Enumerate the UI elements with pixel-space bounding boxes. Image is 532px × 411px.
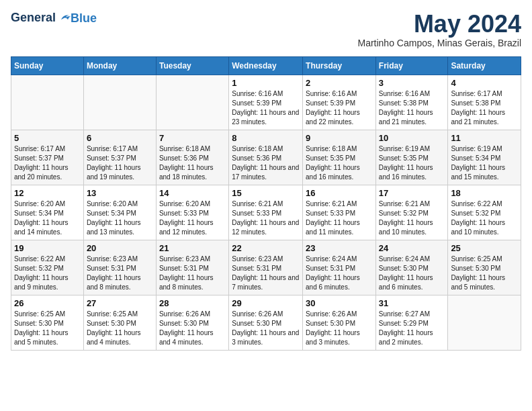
day-number: 1 xyxy=(232,78,300,88)
weekday-header-row: SundayMondayTuesdayWednesdayThursdayFrid… xyxy=(11,56,521,75)
day-number: 31 xyxy=(379,298,445,308)
calendar-cell: 29Sunrise: 6:26 AMSunset: 5:30 PMDayligh… xyxy=(229,295,303,350)
title-block: May 2024 Martinho Campos, Minas Gerais, … xyxy=(357,11,521,48)
calendar-cell: 17Sunrise: 6:21 AMSunset: 5:32 PMDayligh… xyxy=(375,185,448,240)
weekday-header-thursday: Thursday xyxy=(303,56,376,75)
location: Martinho Campos, Minas Gerais, Brazil xyxy=(357,38,521,48)
calendar-cell: 31Sunrise: 6:27 AMSunset: 5:29 PMDayligh… xyxy=(375,295,448,350)
day-info: Sunrise: 6:21 AMSunset: 5:32 PMDaylight:… xyxy=(379,199,445,237)
day-number: 6 xyxy=(87,133,153,143)
calendar-cell: 9Sunrise: 6:18 AMSunset: 5:35 PMDaylight… xyxy=(303,130,376,185)
day-info: Sunrise: 6:24 AMSunset: 5:31 PMDaylight:… xyxy=(306,255,373,292)
calendar-cell: 26Sunrise: 6:25 AMSunset: 5:30 PMDayligh… xyxy=(11,295,84,350)
day-number: 16 xyxy=(306,188,373,198)
calendar-cell: 16Sunrise: 6:21 AMSunset: 5:33 PMDayligh… xyxy=(303,185,376,240)
calendar-cell xyxy=(83,75,156,130)
calendar-cell: 18Sunrise: 6:22 AMSunset: 5:32 PMDayligh… xyxy=(448,185,521,240)
day-number: 15 xyxy=(232,188,300,198)
day-number: 25 xyxy=(451,243,518,253)
calendar-week-1: 1Sunrise: 6:16 AMSunset: 5:39 PMDaylight… xyxy=(11,75,521,130)
day-number: 12 xyxy=(14,188,81,198)
page-header: General Blue May 2024 Martinho Campos, M… xyxy=(11,11,521,48)
day-number: 5 xyxy=(14,133,81,143)
day-number: 30 xyxy=(306,298,373,308)
weekday-header-friday: Friday xyxy=(375,56,448,75)
logo-bird-icon xyxy=(57,11,72,26)
calendar-cell: 19Sunrise: 6:22 AMSunset: 5:32 PMDayligh… xyxy=(11,240,84,295)
calendar-cell: 3Sunrise: 6:16 AMSunset: 5:38 PMDaylight… xyxy=(375,75,448,130)
day-info: Sunrise: 6:22 AMSunset: 5:32 PMDaylight:… xyxy=(14,255,81,292)
day-info: Sunrise: 6:20 AMSunset: 5:33 PMDaylight:… xyxy=(159,199,226,237)
calendar-cell: 21Sunrise: 6:23 AMSunset: 5:31 PMDayligh… xyxy=(156,240,228,295)
calendar-cell: 28Sunrise: 6:26 AMSunset: 5:30 PMDayligh… xyxy=(156,295,228,350)
day-number: 18 xyxy=(451,188,518,198)
weekday-header-tuesday: Tuesday xyxy=(156,56,228,75)
day-number: 11 xyxy=(451,133,518,143)
day-number: 14 xyxy=(159,188,226,198)
calendar-cell xyxy=(156,75,228,130)
calendar-cell: 2Sunrise: 6:16 AMSunset: 5:39 PMDaylight… xyxy=(303,75,376,130)
day-info: Sunrise: 6:24 AMSunset: 5:30 PMDaylight:… xyxy=(379,255,445,292)
day-info: Sunrise: 6:16 AMSunset: 5:38 PMDaylight:… xyxy=(379,89,445,127)
calendar-cell: 14Sunrise: 6:20 AMSunset: 5:33 PMDayligh… xyxy=(156,185,228,240)
day-number: 9 xyxy=(306,133,373,143)
day-number: 13 xyxy=(87,188,153,198)
calendar-week-3: 12Sunrise: 6:20 AMSunset: 5:34 PMDayligh… xyxy=(11,185,521,240)
calendar-cell: 1Sunrise: 6:16 AMSunset: 5:39 PMDaylight… xyxy=(229,75,303,130)
calendar-cell: 8Sunrise: 6:18 AMSunset: 5:36 PMDaylight… xyxy=(229,130,303,185)
weekday-header-monday: Monday xyxy=(83,56,156,75)
calendar-cell: 23Sunrise: 6:24 AMSunset: 5:31 PMDayligh… xyxy=(303,240,376,295)
weekday-header-sunday: Sunday xyxy=(11,56,84,75)
day-info: Sunrise: 6:21 AMSunset: 5:33 PMDaylight:… xyxy=(306,199,373,237)
day-number: 17 xyxy=(379,188,445,198)
day-number: 27 xyxy=(87,298,153,308)
calendar-cell: 25Sunrise: 6:25 AMSunset: 5:30 PMDayligh… xyxy=(448,240,521,295)
calendar-week-5: 26Sunrise: 6:25 AMSunset: 5:30 PMDayligh… xyxy=(11,295,521,350)
calendar-cell: 12Sunrise: 6:20 AMSunset: 5:34 PMDayligh… xyxy=(11,185,84,240)
calendar-body: 1Sunrise: 6:16 AMSunset: 5:39 PMDaylight… xyxy=(11,75,521,350)
day-info: Sunrise: 6:20 AMSunset: 5:34 PMDaylight:… xyxy=(14,199,81,237)
day-info: Sunrise: 6:23 AMSunset: 5:31 PMDaylight:… xyxy=(232,255,300,292)
day-info: Sunrise: 6:21 AMSunset: 5:33 PMDaylight:… xyxy=(232,199,300,237)
calendar-cell: 22Sunrise: 6:23 AMSunset: 5:31 PMDayligh… xyxy=(229,240,303,295)
calendar-cell: 13Sunrise: 6:20 AMSunset: 5:34 PMDayligh… xyxy=(83,185,156,240)
calendar-week-2: 5Sunrise: 6:17 AMSunset: 5:37 PMDaylight… xyxy=(11,130,521,185)
day-info: Sunrise: 6:17 AMSunset: 5:37 PMDaylight:… xyxy=(87,144,153,182)
day-info: Sunrise: 6:16 AMSunset: 5:39 PMDaylight:… xyxy=(232,89,300,127)
day-number: 7 xyxy=(159,133,226,143)
day-number: 21 xyxy=(159,243,226,253)
day-number: 22 xyxy=(232,243,300,253)
day-info: Sunrise: 6:26 AMSunset: 5:30 PMDaylight:… xyxy=(232,310,300,347)
calendar-cell: 7Sunrise: 6:18 AMSunset: 5:36 PMDaylight… xyxy=(156,130,228,185)
day-number: 8 xyxy=(232,133,300,143)
weekday-header-wednesday: Wednesday xyxy=(229,56,303,75)
calendar-cell xyxy=(11,75,84,130)
day-info: Sunrise: 6:26 AMSunset: 5:30 PMDaylight:… xyxy=(159,310,226,347)
logo-blue-text: Blue xyxy=(71,11,97,26)
day-info: Sunrise: 6:17 AMSunset: 5:37 PMDaylight:… xyxy=(14,144,81,182)
calendar-cell: 10Sunrise: 6:19 AMSunset: 5:35 PMDayligh… xyxy=(375,130,448,185)
day-info: Sunrise: 6:17 AMSunset: 5:38 PMDaylight:… xyxy=(451,89,518,127)
calendar-cell xyxy=(448,295,521,350)
day-info: Sunrise: 6:18 AMSunset: 5:35 PMDaylight:… xyxy=(306,144,373,182)
day-number: 20 xyxy=(87,243,153,253)
day-info: Sunrise: 6:19 AMSunset: 5:34 PMDaylight:… xyxy=(451,144,518,182)
calendar-week-4: 19Sunrise: 6:22 AMSunset: 5:32 PMDayligh… xyxy=(11,240,521,295)
day-number: 24 xyxy=(379,243,445,253)
day-info: Sunrise: 6:19 AMSunset: 5:35 PMDaylight:… xyxy=(379,144,445,182)
month-title: May 2024 xyxy=(357,11,521,38)
calendar-cell: 5Sunrise: 6:17 AMSunset: 5:37 PMDaylight… xyxy=(11,130,84,185)
day-number: 29 xyxy=(232,298,300,308)
logo-text: General xyxy=(11,11,72,26)
calendar-cell: 30Sunrise: 6:26 AMSunset: 5:30 PMDayligh… xyxy=(303,295,376,350)
day-info: Sunrise: 6:20 AMSunset: 5:34 PMDaylight:… xyxy=(87,199,153,237)
calendar-cell: 15Sunrise: 6:21 AMSunset: 5:33 PMDayligh… xyxy=(229,185,303,240)
calendar-cell: 24Sunrise: 6:24 AMSunset: 5:30 PMDayligh… xyxy=(375,240,448,295)
day-number: 28 xyxy=(159,298,226,308)
calendar-cell: 4Sunrise: 6:17 AMSunset: 5:38 PMDaylight… xyxy=(448,75,521,130)
day-number: 10 xyxy=(379,133,445,143)
day-info: Sunrise: 6:27 AMSunset: 5:29 PMDaylight:… xyxy=(379,310,445,347)
logo: General Blue xyxy=(11,11,97,26)
day-info: Sunrise: 6:23 AMSunset: 5:31 PMDaylight:… xyxy=(159,255,226,292)
day-info: Sunrise: 6:22 AMSunset: 5:32 PMDaylight:… xyxy=(451,199,518,237)
